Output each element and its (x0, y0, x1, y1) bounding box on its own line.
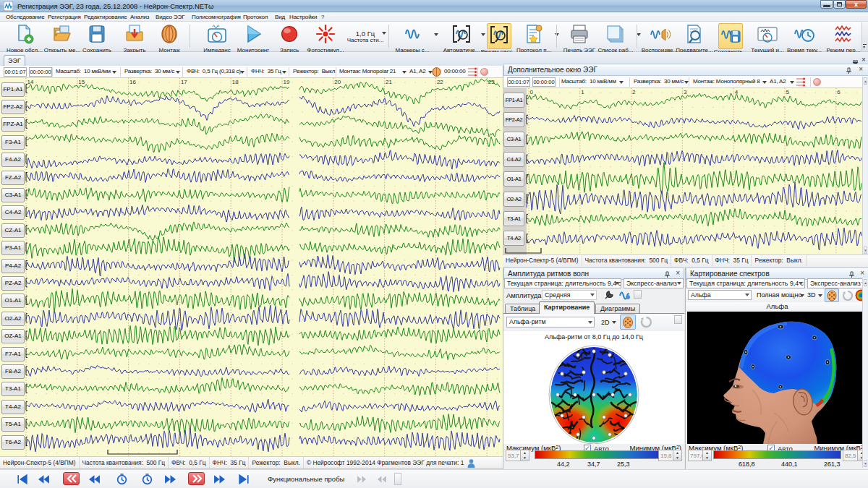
svg-text:17: 17 (181, 79, 187, 85)
svg-text:0: 0 (530, 89, 534, 95)
svg-text:15: 15 (78, 79, 85, 85)
svg-text:3: 3 (684, 89, 687, 95)
svg-text:5: 5 (786, 89, 790, 95)
svg-text:2: 2 (632, 89, 636, 95)
svg-text:21: 21 (386, 79, 392, 85)
svg-text:22: 22 (437, 79, 443, 85)
svg-text:20: 20 (334, 79, 341, 85)
svg-text:16: 16 (129, 79, 136, 85)
svg-text:6: 6 (837, 89, 841, 95)
svg-text:19: 19 (284, 79, 290, 85)
svg-text:1: 1 (581, 89, 584, 95)
svg-text:18: 18 (232, 79, 239, 85)
